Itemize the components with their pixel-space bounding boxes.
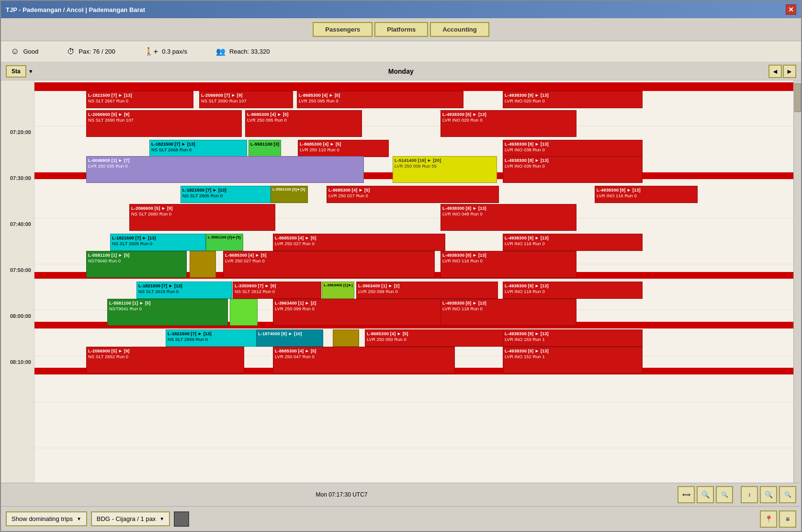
people-icon: 👥 xyxy=(216,47,226,56)
schedule-container: 07:20:00 07:30:00 07:40:00 07:50:00 08:0… xyxy=(1,80,801,483)
trip-block[interactable]: L-4938300 [8] ► [13] LVR INO 116 Run 0 xyxy=(503,234,643,251)
time-column: 07:20:00 07:30:00 07:40:00 07:50:00 08:0… xyxy=(1,80,34,483)
trip-block[interactable]: L-2066900 [5] ► [9] NS SLT 2680 Run 0 xyxy=(129,204,275,231)
trip-block[interactable]: L-8685300 [4] ► [5] LVR 250 095 Run 0 xyxy=(297,91,463,108)
close-button[interactable]: ✕ xyxy=(786,4,796,15)
trip-block[interactable]: L-1821500 [7] ► [13] NS SLT 2659 Run 0 xyxy=(166,329,260,347)
status-time: Mon 07:17:30 UTC7 xyxy=(6,491,678,498)
smiley-icon: ☺ xyxy=(11,46,19,57)
people-in-icon: 🚶+ xyxy=(144,47,158,56)
pax-label: Pax: 76 / 200 xyxy=(79,48,115,55)
stats-bar: ☺ Good ⏱ Pax: 76 / 200 🚶+ 0.3 pax/s 👥 Re… xyxy=(1,41,801,62)
trip-block[interactable]: L-5581100 [1] ► [5] NST9040 Run 0 xyxy=(86,251,187,278)
footer-left: Show dominating trips ▼ BDG - Cijagra / … xyxy=(6,511,756,527)
time-label-0800: 08:00:00 xyxy=(1,312,34,358)
list-button[interactable]: ≡ xyxy=(779,510,796,528)
trip-block[interactable]: L-4938300 [8] ► [13] LVR INO 020 Run 0 xyxy=(441,110,576,137)
trip-block[interactable]: L-8685300 [4] ► [5] LVR 250 110 Run 0 xyxy=(298,140,389,157)
trip-block[interactable]: L-3963400 [1]►[2] xyxy=(322,282,354,299)
status-label: Good xyxy=(23,48,38,55)
time-label-0750: 07:50:00 xyxy=(1,266,34,312)
zoom-out-v-button[interactable]: 🔍 xyxy=(779,486,796,503)
nav-arrows: ◄ ► xyxy=(768,65,796,78)
tab-passengers[interactable]: Passengers xyxy=(313,22,373,37)
sta-button[interactable]: Sta xyxy=(6,65,26,78)
route-dropdown-arrow-icon: ▼ xyxy=(159,516,164,521)
zoom-out-button[interactable]: 🔍 xyxy=(716,486,733,503)
pin-button[interactable]: 📍 xyxy=(760,510,777,528)
trip-block[interactable]: L-8685300 [4] ► [5] LVR 250 027 Run 0 xyxy=(223,251,435,278)
pax-item: ⏱ Pax: 76 / 200 xyxy=(67,47,115,56)
trip-block[interactable] xyxy=(190,251,216,278)
trip-block[interactable]: L-4938300 [8] ► [13] LVR INO 118 Run 0 xyxy=(503,282,643,299)
trip-block[interactable]: L-8685300 [4] ► [5] LVR 250 095 Run 0 xyxy=(245,110,362,137)
zoom-in-button[interactable]: 🔍 xyxy=(697,486,714,503)
trip-block[interactable]: L-4938300 [8] ► [13] LVR INO 020 Run 0 xyxy=(503,91,643,108)
day-label: Monday xyxy=(34,68,768,75)
trip-block[interactable]: L-4938300 [8] ► [13] LVR INO 152 Run 1 xyxy=(503,347,643,374)
route-dropdown[interactable]: BDG - Cijagra / 1 pax ▼ xyxy=(91,511,170,526)
trip-block[interactable]: L-8685300 [4] ► [5] LVR 250 047 Run 0 xyxy=(273,347,455,374)
time-label-0720: 07:20:00 xyxy=(1,128,34,174)
trip-block[interactable]: L-5581100 [3] ► [5] xyxy=(249,140,281,157)
red-strip-1 xyxy=(34,82,793,91)
reach-label: Reach: 33,320 xyxy=(229,48,270,55)
footer-right: 📍 ≡ xyxy=(760,510,796,528)
main-window: TJP - Pademangan / Ancol | Pademangan Ba… xyxy=(0,0,802,532)
trip-block[interactable]: L-8685300 [4] ► [5] LVR 250 027 Run 0 xyxy=(273,234,445,251)
trip-block[interactable]: L-4938300 [8] ► [13] LVR INO 153 Run 1 xyxy=(503,329,643,347)
trip-block[interactable]: L-5141400 [19] ► [20] LVR 250 006 Run 55 xyxy=(393,156,497,183)
dropdown-arrow-icon: ▼ xyxy=(28,68,34,74)
status-item: ☺ Good xyxy=(11,46,38,57)
trip-block[interactable]: L-8685300 [4] ► [5] LVR 250 027 Run 0 xyxy=(327,186,499,203)
fit-width-button[interactable]: ⟺ xyxy=(678,486,695,503)
sta-selector: Sta ▼ xyxy=(6,65,34,78)
next-day-button[interactable]: ► xyxy=(783,65,796,78)
trip-block[interactable]: L-1874000 [8] ► [10] xyxy=(256,329,323,347)
vertical-scrollbar[interactable] xyxy=(793,80,801,483)
trip-block[interactable]: L-2066900 [5] ► [9] NS SLT 2690 Run 107 xyxy=(86,110,242,137)
dropdown-arrow-icon: ▼ xyxy=(77,516,81,521)
tab-bar: Passengers Platforms Accounting xyxy=(1,18,801,41)
trip-block[interactable]: L-8685300 [4] ► [5] LVR 250 050 Run 0 xyxy=(365,329,507,347)
clock-icon: ⏱ xyxy=(67,47,75,56)
trip-block[interactable]: L-1821500 [7] ► [13] NS SLT 2605 Run 0 xyxy=(110,234,206,251)
trip-block[interactable]: L-1821500 [7] ► [13] NS SLT 2619 Run 0 xyxy=(136,282,232,299)
trip-block[interactable]: L-4938300 [8] ► [13] LVR INO 038 Run 0 xyxy=(503,140,643,157)
scroll-thumb[interactable] xyxy=(794,83,801,112)
trip-block[interactable]: L-4938300 [8] ► [13] LVR INO 039 Run 0 xyxy=(503,156,643,183)
color-button[interactable] xyxy=(174,511,189,527)
trip-block[interactable]: L-2066900 [7] ► [9] NS SLT 2690 Run 107 xyxy=(199,91,293,108)
trip-block[interactable]: L-1821500 [7] ► [13] NS SLT 2667 Run 0 xyxy=(86,91,193,108)
trip-block[interactable]: L-4938300 [8] ► [13] LVR INO 116 Run 0 xyxy=(441,251,576,278)
bottom-status-bar: Mon 07:17:30 UTC7 ⟺ 🔍 🔍 ↕ 🔍 🔍 xyxy=(1,483,801,506)
title-bar: TJP - Pademangan / Ancol | Pademangan Ba… xyxy=(1,1,801,18)
trip-block[interactable]: L-5581100 [3]►[5] xyxy=(206,234,243,251)
trip-block[interactable]: L-5581100 [3]►[5] xyxy=(271,186,308,203)
trip-block[interactable]: L-2066900 [5] ► [9] NS SLT 2652 Run 0 xyxy=(86,347,244,374)
tab-platforms[interactable]: Platforms xyxy=(374,22,428,37)
show-trips-dropdown[interactable]: Show dominating trips ▼ xyxy=(6,511,87,526)
trip-block[interactable]: L-4938300 [8] ► [13] LVR INO 118 Run 0 xyxy=(441,299,576,326)
route-label: BDG - Cijagra / 1 pax xyxy=(97,515,156,522)
trip-block[interactable]: L-3963400 [1] ► [2] LVR 250 099 Run 0 xyxy=(356,282,498,299)
trip-block[interactable]: L-6046900 [1] ► [7] LVR 250 035 Run 0 xyxy=(86,156,364,183)
time-label-0810: 08:10:00 xyxy=(1,358,34,404)
schedule-area: L-1821500 [7] ► [13] NS SLT 2667 Run 0 L… xyxy=(34,80,793,483)
trip-block[interactable]: L-3963400 [1] ► [2] LVR 250 099 Run 0 xyxy=(273,299,455,326)
footer: Show dominating trips ▼ BDG - Cijagra / … xyxy=(1,506,801,531)
trip-block[interactable]: L-1821500 [7] ► [13] NS SLT 2668 Run 0 xyxy=(149,140,247,157)
trip-block[interactable]: L-4938300 [8] ► [13] LVR INO 048 Run 0 xyxy=(441,204,576,231)
prev-day-button[interactable]: ◄ xyxy=(768,65,782,78)
time-label-0740: 07:40:00 xyxy=(1,220,34,266)
trip-block[interactable] xyxy=(333,329,359,347)
tab-accounting[interactable]: Accounting xyxy=(430,22,489,37)
day-nav: Sta ▼ Monday ◄ ► xyxy=(1,62,801,80)
trip-block[interactable]: L-4938300 [8] ► [13] LVR INO 116 Run 0 xyxy=(595,186,698,203)
trip-block[interactable]: L-5581100 [1] ► [5] NST9041 Run 0 xyxy=(107,299,228,326)
trip-block[interactable]: L-1821500 [7] ► [13] NS SLT 2605 Run 0 xyxy=(181,186,276,203)
fit-height-button[interactable]: ↕ xyxy=(741,486,758,503)
trip-block[interactable]: L-3350900 [7] ► [9] NS SLT 2612 Run 0 xyxy=(233,282,321,299)
trip-block[interactable] xyxy=(230,299,258,326)
zoom-in-v-button[interactable]: 🔍 xyxy=(760,486,777,503)
